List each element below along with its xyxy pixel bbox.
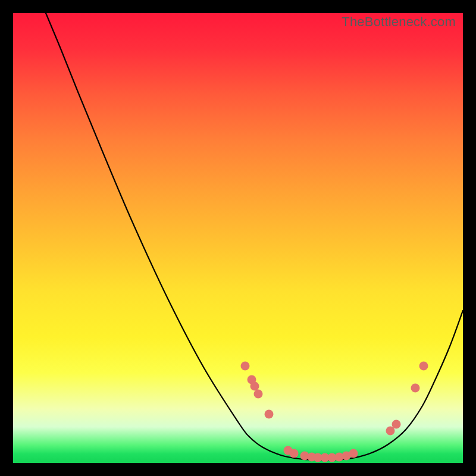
data-dot [411,384,420,393]
data-dot [349,449,358,458]
data-dot [265,410,274,419]
data-dot [419,362,428,371]
chart-frame: TheBottleneck.com [13,13,463,463]
data-dot [290,449,299,458]
bottleneck-curve-plot [13,13,463,463]
data-dots [241,362,428,462]
data-dot [241,362,250,371]
data-dot [250,382,259,391]
data-dot [254,390,263,399]
data-dot [392,420,401,429]
